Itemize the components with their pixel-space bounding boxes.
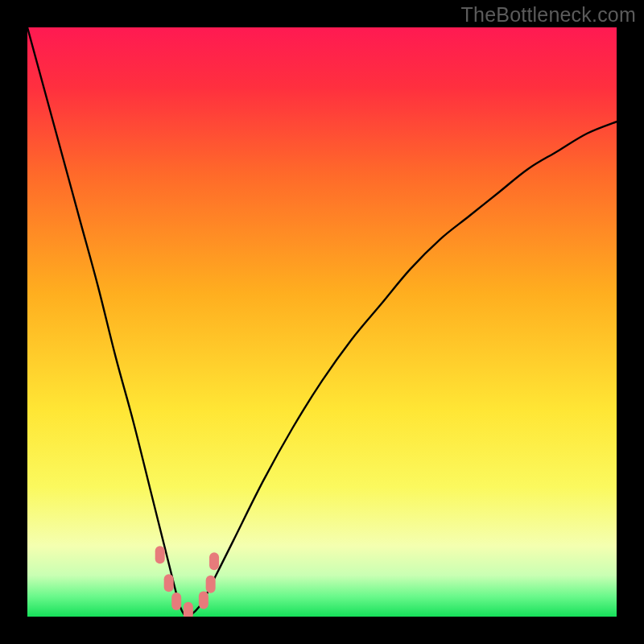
watermark-text: TheBottleneck.com <box>461 3 636 27</box>
curve-marker <box>209 552 219 570</box>
chart-frame: TheBottleneck.com <box>0 0 644 644</box>
gradient-background <box>27 27 617 617</box>
curve-marker <box>199 592 208 609</box>
curve-marker <box>206 576 216 593</box>
curve-marker <box>184 602 193 617</box>
plot-area <box>27 27 617 617</box>
curve-marker <box>155 546 165 564</box>
curve-marker <box>171 592 181 610</box>
curve-marker <box>164 574 174 592</box>
bottleneck-chart <box>27 27 617 617</box>
